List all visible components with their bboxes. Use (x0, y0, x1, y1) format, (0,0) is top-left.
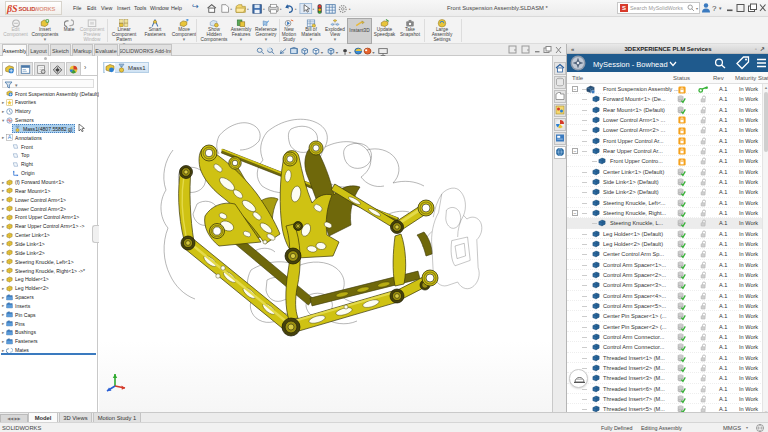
svg-text:▾: ▾ (336, 49, 339, 54)
svg-text:SOLID: SOLID (19, 6, 36, 12)
svg-text:•: • (349, 6, 351, 12)
svg-text:•: • (313, 6, 315, 12)
svg-text:▾: ▾ (321, 49, 324, 54)
svg-text:WORKS: WORKS (34, 6, 56, 12)
svg-text:▾: ▾ (349, 49, 352, 54)
svg-text:MySession - Bowhead: MySession - Bowhead (593, 60, 668, 69)
svg-text:?: ? (712, 4, 717, 13)
svg-text:•: • (280, 6, 282, 12)
svg-text:•: • (230, 6, 232, 12)
svg-text:βS: βS (6, 3, 18, 14)
svg-text:▾: ▾ (719, 5, 722, 11)
svg-text:•: • (295, 6, 297, 12)
svg-text:A: A (8, 135, 12, 141)
svg-text:▾: ▾ (372, 49, 375, 54)
svg-text:•: • (247, 6, 249, 12)
svg-text:•: • (263, 6, 265, 12)
